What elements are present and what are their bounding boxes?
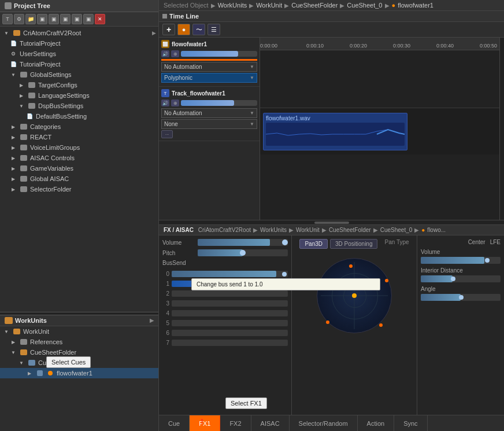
tb-btn-gear[interactable]: ⚙	[14, 14, 24, 24]
tb-btn-3[interactable]: ▣	[60, 14, 71, 24]
tab-fx1[interactable]: FX1	[190, 415, 220, 431]
tree-item-tutorialproject1[interactable]: 📄 TutorialProject	[0, 38, 158, 49]
pan3d-tab[interactable]: Pan3D	[299, 239, 328, 249]
tl-wave-btn[interactable]: 〜	[192, 24, 205, 35]
tree-item-aisac-controls[interactable]: AISAC Controls	[0, 153, 158, 163]
bus-slider-2[interactable]	[172, 290, 288, 297]
bus-row-0: 0	[162, 271, 288, 277]
timeline-header: Time Line	[159, 11, 504, 22]
tb-btn-5[interactable]: ▣	[83, 14, 94, 24]
tree-item-tutorialproject2[interactable]: 📄 TutorialProject	[0, 59, 158, 69]
tb-btn-1[interactable]: ▣	[37, 14, 47, 24]
tl-orange-btn[interactable]: ●	[177, 24, 190, 35]
bus-slider-4[interactable]	[172, 310, 288, 316]
doc-icon: 📄	[9, 39, 17, 47]
react-icon	[20, 133, 28, 141]
audio-block[interactable]: flowofwater1.wav	[263, 113, 407, 150]
track2-volume-slider[interactable]	[181, 100, 257, 106]
tree-item-defaultbussetting[interactable]: 📄 DefaultBusSetting	[0, 111, 158, 121]
pan3d-3dpos-tab[interactable]: 3D Positioning	[330, 239, 377, 249]
track2-automation-dropdown[interactable]: No Automation ▼	[161, 108, 257, 118]
tree-item-root[interactable]: CriAtomCraftV2Root ▶	[0, 28, 158, 38]
select-cues-tooltip: Select Cues	[46, 356, 91, 368]
tb-btn-folder[interactable]: 📁	[25, 14, 36, 24]
bus-row-2: 2	[162, 290, 288, 297]
track1-automation-dropdown[interactable]: No Automation ▼	[161, 62, 257, 72]
tree-item-targetconfigs[interactable]: TargetConfigs	[0, 80, 158, 90]
track2-mode-dropdown[interactable]: None ▼	[161, 119, 257, 129]
tree-item-categories[interactable]: Categories	[0, 121, 158, 132]
tb-btn-close[interactable]: ✕	[95, 14, 105, 24]
bus-fill-0	[172, 271, 276, 277]
track2-extra-btn[interactable]: ···	[161, 130, 173, 138]
fx-bc-a2: ▶	[289, 227, 294, 233]
tree-item-languagesettings[interactable]: LanguageSettings	[0, 90, 158, 101]
tl-add-btn[interactable]: +	[162, 24, 175, 35]
tree-item-label: Global AISAC	[30, 175, 69, 182]
track1-ctl-b[interactable]: ⊕	[171, 50, 179, 57]
pitch-slider[interactable]	[198, 249, 288, 256]
bc-dot: ●	[392, 2, 396, 9]
tab-fx2[interactable]: FX2	[220, 415, 251, 431]
tab-selector-random[interactable]: Selector/Random	[290, 415, 358, 431]
bc-arrow-5: ▶	[385, 2, 390, 9]
work-units-label: WorkUnits	[15, 317, 47, 324]
ri-fill	[421, 275, 453, 282]
wu-item-cuesheet0[interactable]: CueSheet_0 (1/1) Select Cues	[0, 358, 158, 368]
tb-btn-2[interactable]: ▣	[49, 14, 59, 24]
right-interior-slider[interactable]	[421, 275, 501, 282]
tree-item-gamevariables[interactable]: GameVariables	[0, 163, 158, 174]
tree-item-global-aisac[interactable]: Global AISAC	[0, 174, 158, 184]
tc-icon	[28, 81, 36, 89]
ri-thumb	[451, 277, 455, 281]
track2-ctl-a[interactable]: 🔊	[161, 100, 169, 106]
tree-item-usersettings[interactable]: ⚙ UserSettings	[0, 49, 158, 59]
bus-slider-5[interactable]	[172, 320, 288, 326]
vlg-icon	[20, 143, 28, 152]
time-mark-4: 0:00:40	[436, 43, 454, 49]
track1-volume-slider[interactable]	[181, 51, 257, 57]
bus-slider-3[interactable]	[172, 300, 288, 307]
tab-cue[interactable]: Cue	[159, 415, 190, 431]
right-volume-label: Volume	[421, 249, 501, 255]
bus-slider-0[interactable]	[172, 271, 288, 277]
bus-slider-7[interactable]	[172, 340, 288, 346]
right-volume-slider[interactable]	[421, 257, 501, 264]
wu-item-workunit[interactable]: WorkUnit	[0, 326, 158, 337]
track1-slider-fill	[181, 51, 238, 57]
tab-action[interactable]: Action	[358, 415, 395, 431]
right-angle-slider[interactable]	[421, 294, 501, 301]
timeline-scrollbar[interactable]	[499, 38, 504, 220]
fx-bc-a3: ▶	[322, 227, 327, 233]
tab-sync[interactable]: Sync	[394, 415, 427, 431]
tl-list-btn[interactable]: ☰	[207, 24, 220, 35]
tree-item-selectorfolder[interactable]: SelectorFolder	[0, 184, 158, 194]
tree-item-label: GlobalSettings	[30, 71, 72, 78]
wu-arrow	[2, 327, 10, 336]
tb-btn-t[interactable]: T	[2, 14, 13, 24]
bus-slider-6[interactable]	[172, 330, 288, 336]
bc-selected-object: Selected Object	[164, 2, 209, 9]
tree-item-globalsettings[interactable]: GlobalSettings	[0, 69, 158, 80]
tree-item-react[interactable]: REACT	[0, 132, 158, 142]
tab-aisac[interactable]: AISAC	[251, 415, 290, 431]
fx-bc-flow: flowo...	[427, 227, 446, 233]
pan3d-circle[interactable]	[317, 258, 392, 333]
wu-item-references[interactable]: References	[0, 337, 158, 347]
volume-slider[interactable]	[198, 239, 288, 246]
track2-ctl-b[interactable]: ⊕	[171, 100, 179, 106]
work-units-area: WorkUnits ▶ WorkUnit References CueSheet…	[0, 315, 158, 431]
track1-header: ⬜ flowofwater1	[161, 40, 257, 48]
wu-item-flowofwater1[interactable]: ▶ flowofwater1	[0, 368, 158, 378]
tb-btn-4[interactable]: ▣	[72, 14, 82, 24]
tree-item-dspbussettings[interactable]: DspBusSettings	[0, 101, 158, 111]
tree-item-voicelimitgroups[interactable]: VoiceLimitGroups	[0, 142, 158, 153]
timeline-hscrollbar[interactable]	[159, 220, 504, 224]
tc-arrow	[17, 81, 25, 89]
project-tree-label: Project Tree	[14, 2, 50, 9]
track1-mode-dropdown[interactable]: Polyphonic ▼	[161, 73, 257, 83]
track-lanes: flowofwater1.wav	[260, 50, 499, 220]
track-item-audio: T Track_flowofwater1 🔊 ⊕ No	[159, 87, 260, 141]
track1-ctl-a[interactable]: 🔊	[161, 50, 169, 57]
pitch-label: Pitch	[162, 250, 194, 256]
